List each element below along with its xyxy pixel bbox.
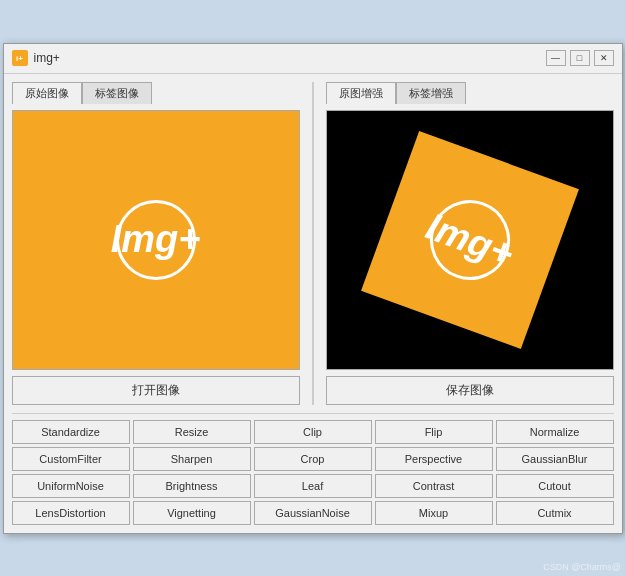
app-icon: i+ — [12, 50, 28, 66]
main-window: i+ img+ — □ ✕ 原始图像 标签图像 Img+ 打开图像 — [3, 43, 623, 534]
grid-button-vignetting[interactable]: Vignetting — [133, 501, 251, 525]
grid-button-crop[interactable]: Crop — [254, 447, 372, 471]
grid-button-cutmix[interactable]: Cutmix — [496, 501, 614, 525]
left-panel: 原始图像 标签图像 Img+ 打开图像 — [12, 82, 300, 405]
title-text: img+ — [34, 51, 546, 65]
right-panel: 原图增强 标签增强 Img+ 保存图像 — [326, 82, 614, 405]
grid-button-resize[interactable]: Resize — [133, 420, 251, 444]
content-area: 原始图像 标签图像 Img+ 打开图像 原图增强 标签增强 — [4, 74, 622, 413]
grid-button-uniformnoise[interactable]: UniformNoise — [12, 474, 130, 498]
tab-label-augment[interactable]: 标签增强 — [396, 82, 466, 104]
maximize-button[interactable]: □ — [570, 50, 590, 66]
open-image-button[interactable]: 打开图像 — [12, 376, 300, 405]
grid-button-gaussianblur[interactable]: GaussianBlur — [496, 447, 614, 471]
grid-button-normalize[interactable]: Normalize — [496, 420, 614, 444]
left-panel-tabs: 原始图像 标签图像 — [12, 82, 300, 104]
right-panel-tabs: 原图增强 标签增强 — [326, 82, 614, 104]
grid-button-standardize[interactable]: Standardize — [12, 420, 130, 444]
grid-button-perspective[interactable]: Perspective — [375, 447, 493, 471]
augmented-logo-text: Img+ — [420, 204, 519, 275]
original-logo: Img+ — [116, 200, 196, 280]
close-button[interactable]: ✕ — [594, 50, 614, 66]
tab-label-image[interactable]: 标签图像 — [82, 82, 152, 104]
grid-button-leaf[interactable]: Leaf — [254, 474, 372, 498]
grid-button-mixup[interactable]: Mixup — [375, 501, 493, 525]
buttons-grid: StandardizeResizeClipFlipNormalizeCustom… — [4, 414, 622, 533]
grid-button-flip[interactable]: Flip — [375, 420, 493, 444]
title-bar: i+ img+ — □ ✕ — [4, 44, 622, 74]
grid-button-cutout[interactable]: Cutout — [496, 474, 614, 498]
logo-circle: Img+ — [116, 200, 196, 280]
panel-divider — [312, 82, 314, 405]
grid-button-contrast[interactable]: Contrast — [375, 474, 493, 498]
save-image-button[interactable]: 保存图像 — [326, 376, 614, 405]
grid-button-customfilter[interactable]: CustomFilter — [12, 447, 130, 471]
augmented-image-canvas: Img+ — [326, 110, 614, 370]
logo-text: Img+ — [111, 218, 201, 261]
watermark: CSDN @Charms@ — [543, 562, 621, 572]
grid-button-sharpen[interactable]: Sharpen — [133, 447, 251, 471]
grid-button-clip[interactable]: Clip — [254, 420, 372, 444]
original-image-canvas: Img+ — [12, 110, 300, 370]
grid-button-brightness[interactable]: Brightness — [133, 474, 251, 498]
augmented-logo: Img+ — [418, 188, 521, 291]
augmented-logo-container: Img+ — [361, 131, 579, 349]
minimize-button[interactable]: — — [546, 50, 566, 66]
grid-button-lensdistortion[interactable]: LensDistortion — [12, 501, 130, 525]
window-controls: — □ ✕ — [546, 50, 614, 66]
augmented-logo-circle: Img+ — [418, 188, 521, 291]
tab-original-augment[interactable]: 原图增强 — [326, 82, 396, 104]
tab-original-image[interactable]: 原始图像 — [12, 82, 82, 104]
grid-button-gaussiannoise[interactable]: GaussianNoise — [254, 501, 372, 525]
